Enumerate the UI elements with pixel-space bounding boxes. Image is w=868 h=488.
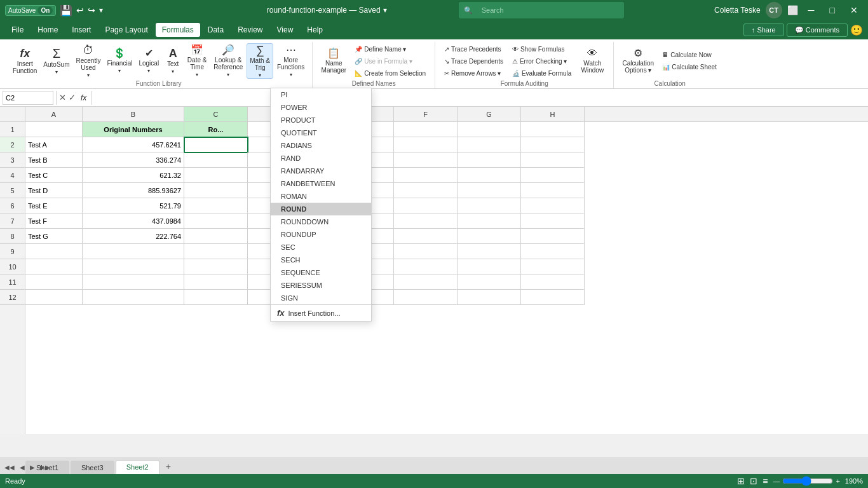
sheet-tab-sheet3[interactable]: Sheet3 <box>71 461 114 474</box>
col-header-b[interactable]: B <box>83 107 184 121</box>
menu-formulas[interactable]: Formulas <box>156 23 200 37</box>
cell-a12[interactable] <box>25 290 83 305</box>
cell-b6[interactable]: 521.79 <box>83 198 184 214</box>
row-num-7[interactable]: 7 <box>0 214 25 229</box>
dropdown-item-power[interactable]: POWER <box>271 101 371 114</box>
row-num-6[interactable]: 6 <box>0 198 25 214</box>
menu-data[interactable]: Data <box>201 23 230 37</box>
cell-f10[interactable] <box>394 259 458 274</box>
row-num-11[interactable]: 11 <box>0 274 25 290</box>
dropdown-item-round[interactable]: ROUND <box>271 203 371 215</box>
trace-precedents-button[interactable]: ↗ Trace Precedents <box>440 44 507 55</box>
avatar[interactable]: CT <box>766 2 782 18</box>
cell-f9[interactable] <box>394 244 458 259</box>
cell-h2[interactable] <box>521 137 585 152</box>
text-button[interactable]: A Text ▾ <box>163 43 183 79</box>
cell-a1[interactable] <box>25 122 83 137</box>
cell-a10[interactable] <box>25 259 83 274</box>
menu-review[interactable]: Review <box>231 23 269 37</box>
save-icon[interactable]: 💾 <box>60 4 72 17</box>
calculate-sheet-button[interactable]: 📊 Calculate Sheet <box>658 62 721 72</box>
cell-g1[interactable] <box>458 122 521 137</box>
cell-g7[interactable] <box>458 214 521 229</box>
dropdown-item-sequence[interactable]: SEQUENCE <box>271 266 371 279</box>
cell-h1[interactable] <box>521 122 585 137</box>
redo-icon[interactable]: ↪ <box>88 5 95 15</box>
calculation-options-button[interactable]: ⚙ CalculationOptions ▾ <box>619 43 657 79</box>
cell-c9[interactable] <box>184 244 248 259</box>
sheet-nav-first[interactable]: ◀◀ <box>3 463 17 471</box>
cell-h4[interactable] <box>521 168 585 183</box>
cell-a3[interactable]: Test B <box>25 152 83 168</box>
col-header-h[interactable]: H <box>521 107 585 121</box>
name-manager-button[interactable]: 📋 NameManager <box>318 43 349 79</box>
trace-dependents-button[interactable]: ↘ Trace Dependents <box>440 56 507 67</box>
cell-g6[interactable] <box>458 198 521 214</box>
row-num-1[interactable]: 1 <box>0 122 25 137</box>
use-in-formula-button[interactable]: 🔗 Use in Formula ▾ <box>351 56 430 67</box>
cell-c10[interactable] <box>184 259 248 274</box>
menu-help[interactable]: Help <box>301 23 329 37</box>
cell-b10[interactable] <box>83 259 184 274</box>
cell-c4[interactable] <box>184 168 248 183</box>
cell-a9[interactable] <box>25 244 83 259</box>
cell-a11[interactable] <box>25 274 83 290</box>
undo-icon[interactable]: ↩ <box>76 5 84 15</box>
autosave-toggle[interactable]: AutoSave On <box>5 5 56 16</box>
logical-button[interactable]: ✔ Logical ▾ <box>136 43 161 79</box>
define-name-button[interactable]: 📌 Define Name ▾ <box>351 44 430 55</box>
cell-g3[interactable] <box>458 152 521 168</box>
cell-g5[interactable] <box>458 183 521 198</box>
page-break-view-icon[interactable]: ≡ <box>763 476 768 486</box>
dropdown-item-rounddown[interactable]: ROUNDDOWN <box>271 215 371 228</box>
cell-h10[interactable] <box>521 259 585 274</box>
cell-c7[interactable] <box>184 214 248 229</box>
cell-f4[interactable] <box>394 168 458 183</box>
cell-reference-box[interactable]: C2 <box>3 91 53 105</box>
cell-a7[interactable]: Test F <box>25 214 83 229</box>
cell-b5[interactable]: 885.93627 <box>83 183 184 198</box>
minimize-button[interactable]: ─ <box>803 3 820 18</box>
more-functions-button[interactable]: ⋯ MoreFunctions ▾ <box>275 43 307 79</box>
search-input[interactable] <box>475 3 619 17</box>
cell-g9[interactable] <box>458 244 521 259</box>
row-num-3[interactable]: 3 <box>0 152 25 168</box>
maximize-button[interactable]: □ <box>825 3 840 18</box>
cell-g8[interactable] <box>458 229 521 244</box>
page-layout-view-icon[interactable]: ⊡ <box>750 476 757 486</box>
cell-b7[interactable]: 437.0984 <box>83 214 184 229</box>
sheet-nav-prev[interactable]: ◀ <box>18 463 27 471</box>
cell-h12[interactable] <box>521 290 585 305</box>
cell-b12[interactable] <box>83 290 184 305</box>
dropdown-item-sign[interactable]: SIGN <box>271 292 371 304</box>
lookup-reference-button[interactable]: 🔎 Lookup &Reference ▾ <box>211 43 245 79</box>
ribbon-toggle-icon[interactable]: ⬜ <box>787 5 798 15</box>
col-header-f[interactable]: F <box>394 107 458 121</box>
create-from-selection-button[interactable]: 📐 Create from Selection <box>351 68 430 79</box>
dropdown-item-roman[interactable]: ROMAN <box>271 190 371 203</box>
normal-view-icon[interactable]: ⊞ <box>737 476 745 486</box>
watch-window-button[interactable]: 👁 WatchWindow <box>576 43 608 79</box>
dropdown-item-randbetween[interactable]: RANDBETWEEN <box>271 177 371 190</box>
insert-function-button[interactable]: fx InsertFunction <box>10 43 39 79</box>
formula-input[interactable] <box>95 91 865 105</box>
cell-b9[interactable] <box>83 244 184 259</box>
cell-c3[interactable] <box>184 152 248 168</box>
dropdown-item-rand[interactable]: RAND <box>271 152 371 165</box>
cell-b3[interactable]: 336.274 <box>83 152 184 168</box>
cell-g2[interactable] <box>458 137 521 152</box>
row-num-9[interactable]: 9 <box>0 244 25 259</box>
sheet-tab-sheet2[interactable]: Sheet2 <box>116 460 159 474</box>
zoom-slider[interactable]: — + <box>773 476 839 486</box>
share-button[interactable]: ↑ Share <box>743 24 784 36</box>
cell-c5[interactable] <box>184 183 248 198</box>
menu-file[interactable]: File <box>5 23 30 37</box>
menu-page-layout[interactable]: Page Layout <box>98 23 154 37</box>
date-time-button[interactable]: 📅 Date &Time ▾ <box>184 43 210 79</box>
dropdown-item-product[interactable]: PRODUCT <box>271 114 371 126</box>
cell-b8[interactable]: 222.764 <box>83 229 184 244</box>
cell-h8[interactable] <box>521 229 585 244</box>
cell-c8[interactable] <box>184 229 248 244</box>
cancel-icon[interactable]: ✕ <box>59 93 66 102</box>
remove-arrows-button[interactable]: ✂ Remove Arrows ▾ <box>440 68 507 79</box>
